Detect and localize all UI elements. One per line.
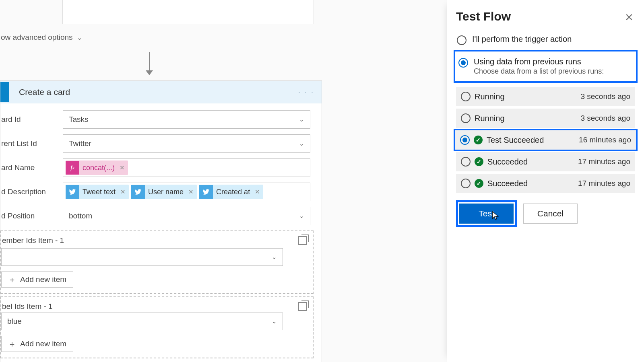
card-description-input[interactable]: Tweet text ✕ User name ✕ C — [63, 183, 310, 201]
option-manual-label: I'll perform the trigger action — [472, 35, 572, 44]
card-position-select[interactable]: bottom ⌄ — [63, 207, 310, 225]
option-previous-label: Using data from previous runs — [474, 57, 604, 66]
expression-token-concat[interactable]: fx concat(...) ✕ — [66, 160, 128, 175]
run-timestamp: 3 seconds ago — [580, 114, 630, 123]
action-form: ard Id Tasks ⌄ rent List Id Twitter ⌄ ar… — [0, 103, 322, 362]
radio-icon — [458, 58, 468, 68]
test-button[interactable]: Test — [459, 204, 514, 224]
field-label-card-name: ard Name — [0, 163, 63, 172]
close-pane-button[interactable]: ✕ — [625, 11, 634, 24]
parent-list-id-value: Twitter — [69, 139, 91, 148]
twitter-icon — [199, 185, 213, 199]
field-label-board-id: ard Id — [0, 115, 63, 124]
plus-icon: ＋ — [8, 274, 16, 285]
field-label-parent-list-id: rent List Id — [0, 139, 63, 148]
plus-icon: ＋ — [8, 339, 16, 350]
previous-action-card[interactable] — [62, 0, 314, 24]
add-item-label: Add new item — [20, 339, 66, 348]
run-status: Running — [475, 92, 576, 101]
chevron-down-icon: ⌄ — [299, 140, 304, 147]
board-id-value: Tasks — [69, 115, 89, 124]
run-status: Succeeded — [487, 179, 574, 188]
dynamic-token-created-at[interactable]: Created at ✕ — [199, 185, 263, 199]
run-item[interactable]: ✓Succeeded17 minutes ago — [456, 174, 635, 193]
chevron-down-icon: ⌄ — [272, 253, 277, 261]
previous-runs-list: Running3 seconds agoRunning3 seconds ago… — [456, 87, 635, 193]
option-manual-trigger[interactable]: I'll perform the trigger action — [456, 32, 635, 47]
token-text: Tweet text — [83, 188, 116, 196]
chevron-down-icon: ⌄ — [272, 318, 277, 325]
token-text: concat(...) — [83, 164, 115, 172]
action-title: Create a card — [19, 87, 298, 97]
field-label-card-description: d Description — [0, 187, 63, 196]
test-flow-pane: Test Flow ✕ I'll perform the trigger act… — [447, 0, 644, 362]
option-previous-runs[interactable]: Using data from previous runs Choose dat… — [458, 55, 634, 78]
run-timestamp: 17 minutes ago — [578, 157, 630, 166]
run-item[interactable]: Running3 seconds ago — [456, 109, 635, 128]
run-item[interactable]: Running3 seconds ago — [456, 87, 635, 106]
copy-section-icon[interactable] — [298, 302, 307, 311]
token-text: Created at — [216, 188, 250, 196]
add-member-item-button[interactable]: ＋ Add new item — [1, 272, 73, 288]
fx-icon: fx — [66, 161, 79, 175]
token-text: User name — [148, 188, 184, 196]
run-timestamp: 3 seconds ago — [580, 92, 630, 101]
action-menu-button[interactable]: · · · — [298, 88, 314, 96]
radio-icon — [461, 92, 471, 101]
success-check-icon: ✓ — [475, 179, 483, 188]
trello-connector-icon — [0, 82, 9, 102]
label-ids-value: blue — [7, 317, 22, 326]
cancel-button[interactable]: Cancel — [523, 204, 578, 224]
add-label-item-button[interactable]: ＋ Add new item — [1, 336, 73, 352]
run-status: Test Succeeded — [487, 136, 575, 145]
chevron-down-icon: ⌄ — [77, 34, 82, 41]
token-remove-icon[interactable]: ✕ — [253, 188, 260, 195]
member-ids-section: ember Ids Item - 1 ⌄ ＋ Add new item — [0, 230, 314, 294]
run-timestamp: 17 minutes ago — [578, 179, 630, 188]
flow-connector-arrow — [149, 52, 150, 74]
dynamic-token-user-name[interactable]: User name ✕ — [131, 185, 197, 199]
card-position-value: bottom — [69, 212, 92, 220]
create-card-action: Create a card · · · ard Id Tasks ⌄ rent … — [0, 80, 322, 362]
run-item[interactable]: ✓Succeeded17 minutes ago — [456, 152, 635, 171]
parent-list-id-select[interactable]: Twitter ⌄ — [63, 134, 310, 153]
chevron-down-icon: ⌄ — [299, 116, 304, 123]
label-ids-section: bel Ids Item - 1 blue ⌄ ＋ Add new item — [0, 296, 314, 358]
radio-icon — [461, 179, 471, 188]
run-status: Running — [475, 114, 576, 123]
cancel-button-label: Cancel — [537, 209, 564, 218]
label-ids-select[interactable]: blue ⌄ — [1, 313, 283, 330]
action-header[interactable]: Create a card · · · — [0, 81, 322, 103]
test-button-label: Test — [479, 209, 494, 218]
radio-icon — [461, 157, 471, 167]
token-remove-icon[interactable]: ✕ — [118, 164, 125, 171]
token-remove-icon[interactable]: ✕ — [119, 188, 126, 195]
copy-section-icon[interactable] — [298, 236, 307, 245]
member-ids-select[interactable]: ⌄ — [1, 248, 283, 266]
success-check-icon: ✓ — [475, 157, 483, 166]
success-check-icon: ✓ — [474, 136, 483, 144]
run-timestamp: 16 minutes ago — [579, 136, 631, 144]
highlight-annotation: Using data from previous runs Choose dat… — [454, 50, 638, 83]
radio-icon — [457, 35, 466, 45]
highlight-annotation: Test — [456, 200, 517, 227]
label-ids-label: bel Ids Item - 1 — [2, 302, 53, 311]
advanced-options-label: ow advanced options — [1, 33, 73, 42]
add-item-label: Add new item — [20, 275, 66, 284]
option-previous-sub: Choose data from a list of previous runs… — [474, 67, 604, 76]
highlight-annotation: ✓Test Succeeded16 minutes ago — [454, 129, 638, 151]
chevron-down-icon: ⌄ — [299, 212, 304, 220]
token-remove-icon[interactable]: ✕ — [187, 188, 194, 195]
flow-canvas: ow advanced options ⌄ Create a card · · … — [0, 0, 447, 362]
member-ids-label: ember Ids Item - 1 — [2, 236, 64, 245]
field-label-card-position: d Position — [0, 212, 63, 220]
card-name-input[interactable]: fx concat(...) ✕ — [63, 158, 310, 177]
twitter-icon — [131, 185, 145, 199]
radio-icon — [461, 113, 471, 123]
board-id-select[interactable]: Tasks ⌄ — [63, 110, 310, 129]
dynamic-token-tweet-text[interactable]: Tweet text ✕ — [66, 185, 129, 199]
run-status: Succeeded — [487, 157, 574, 167]
twitter-icon — [66, 185, 79, 199]
run-item[interactable]: ✓Test Succeeded16 minutes ago — [455, 130, 636, 150]
show-advanced-options-link[interactable]: ow advanced options ⌄ — [0, 33, 82, 42]
